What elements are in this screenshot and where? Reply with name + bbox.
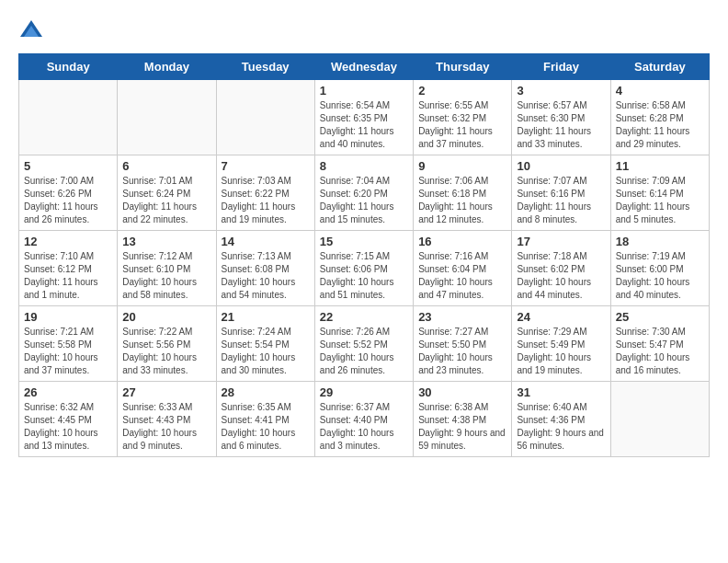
day-number: 12 [24, 235, 112, 248]
day-number: 10 [517, 159, 605, 173]
calendar-cell: 29Sunrise: 6:37 AM Sunset: 4:40 PM Dayli… [314, 382, 413, 457]
day-number: 3 [517, 84, 605, 98]
day-number: 11 [616, 159, 704, 173]
calendar-week-1: 5Sunrise: 7:00 AM Sunset: 6:26 PM Daylig… [19, 155, 710, 231]
day-number: 18 [616, 235, 704, 248]
day-header-monday: Monday [118, 54, 216, 80]
day-number: 22 [320, 310, 408, 324]
calendar-cell: 9Sunrise: 7:06 AM Sunset: 6:18 PM Daylig… [414, 155, 512, 231]
day-number: 6 [122, 159, 210, 173]
day-info: Sunrise: 7:00 AM Sunset: 6:26 PM Dayligh… [24, 175, 112, 226]
calendar-cell: 31Sunrise: 6:40 AM Sunset: 4:36 PM Dayli… [512, 382, 610, 457]
day-info: Sunrise: 7:03 AM Sunset: 6:22 PM Dayligh… [222, 175, 310, 226]
calendar: SundayMondayTuesdayWednesdayThursdayFrid… [18, 53, 710, 457]
day-number: 8 [320, 159, 408, 173]
day-number: 9 [418, 159, 506, 173]
calendar-cell: 19Sunrise: 7:21 AM Sunset: 5:58 PM Dayli… [19, 306, 118, 382]
day-header-sunday: Sunday [19, 54, 118, 80]
day-info: Sunrise: 7:10 AM Sunset: 6:12 PM Dayligh… [24, 250, 112, 302]
calendar-cell: 8Sunrise: 7:04 AM Sunset: 6:20 PM Daylig… [314, 155, 413, 231]
day-header-saturday: Saturday [610, 54, 709, 80]
calendar-cell: 12Sunrise: 7:10 AM Sunset: 6:12 PM Dayli… [19, 231, 118, 306]
day-number: 25 [616, 310, 704, 324]
logo [18, 18, 48, 44]
calendar-cell: 5Sunrise: 7:00 AM Sunset: 6:26 PM Daylig… [19, 155, 118, 231]
day-info: Sunrise: 7:21 AM Sunset: 5:58 PM Dayligh… [24, 326, 112, 377]
calendar-header-row: SundayMondayTuesdayWednesdayThursdayFrid… [19, 54, 710, 80]
calendar-cell: 22Sunrise: 7:26 AM Sunset: 5:52 PM Dayli… [314, 306, 413, 382]
day-info: Sunrise: 6:37 AM Sunset: 4:40 PM Dayligh… [320, 401, 408, 453]
calendar-cell: 13Sunrise: 7:12 AM Sunset: 6:10 PM Dayli… [118, 231, 216, 306]
page-header [18, 18, 710, 44]
day-info: Sunrise: 6:55 AM Sunset: 6:32 PM Dayligh… [418, 99, 506, 151]
day-number: 14 [222, 235, 310, 248]
calendar-cell: 21Sunrise: 7:24 AM Sunset: 5:54 PM Dayli… [216, 306, 314, 382]
day-info: Sunrise: 7:30 AM Sunset: 5:47 PM Dayligh… [616, 326, 704, 377]
day-info: Sunrise: 6:35 AM Sunset: 4:41 PM Dayligh… [222, 401, 310, 453]
day-number: 24 [517, 310, 605, 324]
calendar-cell: 17Sunrise: 7:18 AM Sunset: 6:02 PM Dayli… [512, 231, 610, 306]
day-number: 7 [222, 159, 310, 173]
calendar-week-4: 26Sunrise: 6:32 AM Sunset: 4:45 PM Dayli… [19, 382, 710, 457]
calendar-cell: 2Sunrise: 6:55 AM Sunset: 6:32 PM Daylig… [414, 80, 512, 155]
calendar-cell: 10Sunrise: 7:07 AM Sunset: 6:16 PM Dayli… [512, 155, 610, 231]
day-info: Sunrise: 7:04 AM Sunset: 6:20 PM Dayligh… [320, 175, 408, 226]
calendar-cell [19, 80, 118, 155]
day-number: 29 [320, 385, 408, 399]
day-number: 28 [222, 385, 310, 399]
day-info: Sunrise: 7:15 AM Sunset: 6:06 PM Dayligh… [320, 250, 408, 302]
day-info: Sunrise: 6:32 AM Sunset: 4:45 PM Dayligh… [24, 401, 112, 453]
day-number: 1 [320, 84, 408, 98]
day-info: Sunrise: 6:33 AM Sunset: 4:43 PM Dayligh… [122, 401, 210, 453]
day-number: 5 [24, 159, 112, 173]
calendar-cell: 7Sunrise: 7:03 AM Sunset: 6:22 PM Daylig… [216, 155, 314, 231]
calendar-cell: 27Sunrise: 6:33 AM Sunset: 4:43 PM Dayli… [118, 382, 216, 457]
day-header-tuesday: Tuesday [216, 54, 314, 80]
calendar-cell: 6Sunrise: 7:01 AM Sunset: 6:24 PM Daylig… [118, 155, 216, 231]
day-header-friday: Friday [512, 54, 610, 80]
day-number: 15 [320, 235, 408, 248]
logo-icon [18, 18, 44, 44]
day-number: 16 [418, 235, 506, 248]
day-info: Sunrise: 7:09 AM Sunset: 6:14 PM Dayligh… [616, 175, 704, 226]
calendar-cell: 16Sunrise: 7:16 AM Sunset: 6:04 PM Dayli… [414, 231, 512, 306]
calendar-cell: 3Sunrise: 6:57 AM Sunset: 6:30 PM Daylig… [512, 80, 610, 155]
day-info: Sunrise: 7:29 AM Sunset: 5:49 PM Dayligh… [517, 326, 605, 377]
day-number: 30 [418, 385, 506, 399]
calendar-cell: 11Sunrise: 7:09 AM Sunset: 6:14 PM Dayli… [610, 155, 709, 231]
day-info: Sunrise: 7:06 AM Sunset: 6:18 PM Dayligh… [418, 175, 506, 226]
calendar-cell [610, 382, 709, 457]
day-header-thursday: Thursday [414, 54, 512, 80]
calendar-cell: 23Sunrise: 7:27 AM Sunset: 5:50 PM Dayli… [414, 306, 512, 382]
calendar-cell: 15Sunrise: 7:15 AM Sunset: 6:06 PM Dayli… [314, 231, 413, 306]
day-info: Sunrise: 6:40 AM Sunset: 4:36 PM Dayligh… [517, 401, 605, 453]
day-number: 19 [24, 310, 112, 324]
day-info: Sunrise: 7:12 AM Sunset: 6:10 PM Dayligh… [122, 250, 210, 302]
day-info: Sunrise: 6:38 AM Sunset: 4:38 PM Dayligh… [418, 401, 506, 453]
day-info: Sunrise: 7:07 AM Sunset: 6:16 PM Dayligh… [517, 175, 605, 226]
calendar-cell: 28Sunrise: 6:35 AM Sunset: 4:41 PM Dayli… [216, 382, 314, 457]
calendar-week-0: 1Sunrise: 6:54 AM Sunset: 6:35 PM Daylig… [19, 80, 710, 155]
calendar-cell: 18Sunrise: 7:19 AM Sunset: 6:00 PM Dayli… [610, 231, 709, 306]
day-number: 17 [517, 235, 605, 248]
calendar-cell: 4Sunrise: 6:58 AM Sunset: 6:28 PM Daylig… [610, 80, 709, 155]
day-number: 20 [122, 310, 210, 324]
calendar-cell: 1Sunrise: 6:54 AM Sunset: 6:35 PM Daylig… [314, 80, 413, 155]
day-info: Sunrise: 7:18 AM Sunset: 6:02 PM Dayligh… [517, 250, 605, 302]
day-header-wednesday: Wednesday [314, 54, 413, 80]
calendar-cell: 20Sunrise: 7:22 AM Sunset: 5:56 PM Dayli… [118, 306, 216, 382]
day-info: Sunrise: 7:27 AM Sunset: 5:50 PM Dayligh… [418, 326, 506, 377]
calendar-cell: 30Sunrise: 6:38 AM Sunset: 4:38 PM Dayli… [414, 382, 512, 457]
day-number: 31 [517, 385, 605, 399]
calendar-week-3: 19Sunrise: 7:21 AM Sunset: 5:58 PM Dayli… [19, 306, 710, 382]
day-info: Sunrise: 7:16 AM Sunset: 6:04 PM Dayligh… [418, 250, 506, 302]
day-info: Sunrise: 6:58 AM Sunset: 6:28 PM Dayligh… [616, 99, 704, 151]
day-number: 2 [418, 84, 506, 98]
day-number: 26 [24, 385, 112, 399]
day-number: 13 [122, 235, 210, 248]
calendar-cell: 14Sunrise: 7:13 AM Sunset: 6:08 PM Dayli… [216, 231, 314, 306]
day-info: Sunrise: 6:57 AM Sunset: 6:30 PM Dayligh… [517, 99, 605, 151]
day-info: Sunrise: 6:54 AM Sunset: 6:35 PM Dayligh… [320, 99, 408, 151]
calendar-cell: 24Sunrise: 7:29 AM Sunset: 5:49 PM Dayli… [512, 306, 610, 382]
day-number: 23 [418, 310, 506, 324]
